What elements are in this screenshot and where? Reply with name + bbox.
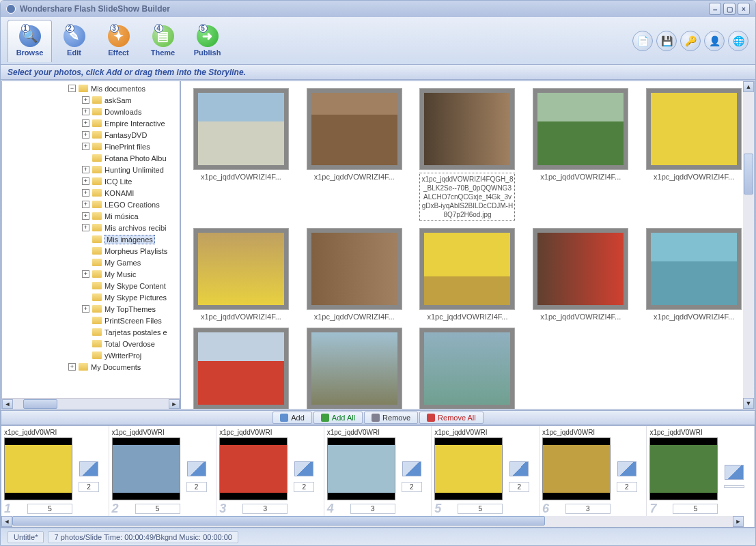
tree-item[interactable]: +FinePrint files: [3, 141, 178, 152]
thumbnail-item[interactable]: x1pc_jqddVOWRIZI4F...: [188, 228, 294, 321]
tree-item[interactable]: +askSam: [3, 94, 178, 106]
story-duration[interactable]: 3: [242, 504, 288, 514]
thumbnail-item[interactable]: x1pc_jqddVOWRIZI4F...: [527, 228, 634, 321]
transition-duration[interactable]: 2: [509, 482, 529, 492]
transition-icon[interactable]: [725, 465, 744, 480]
thumbnail-image: [646, 88, 742, 170]
scroll-thumb[interactable]: [23, 399, 57, 409]
storyline-item[interactable]: x1pc_jqddV0WRI432: [324, 426, 432, 527]
tree-item[interactable]: +My Music: [3, 268, 178, 280]
tree-item[interactable]: +ICQ Lite: [3, 175, 178, 187]
thumbnail-image: [419, 88, 515, 170]
maximize-button[interactable]: ▢: [723, 3, 736, 15]
tree-item[interactable]: +Hunting Unlimited: [3, 164, 178, 175]
tree-item[interactable]: Morpheus Playlists: [3, 245, 178, 257]
story-duration[interactable]: 5: [135, 504, 180, 514]
tree-item[interactable]: +Empire Interactive: [3, 117, 178, 129]
story-duration[interactable]: 5: [673, 504, 718, 514]
story-duration[interactable]: 5: [27, 504, 72, 514]
thumbnail-item[interactable]: x1pc_jqddVOWRIZI4F...: [301, 88, 408, 221]
scroll-thumb[interactable]: [744, 154, 753, 195]
tree-item[interactable]: Mis imágenes: [3, 233, 178, 245]
thumbnail-item[interactable]: x1pc_jqddVOWRIZI4F...: [415, 328, 521, 410]
tree-item[interactable]: My Skype Content: [3, 280, 178, 291]
add-all-button[interactable]: Add All: [313, 412, 363, 424]
tree-root[interactable]: −Mis documentos: [3, 83, 178, 94]
tree-item[interactable]: My Games: [3, 257, 178, 268]
folder-tree[interactable]: −Mis documentos+askSam+Downloads+Empire …: [2, 81, 180, 398]
tree-item[interactable]: Total Overdose: [3, 338, 178, 349]
folder-tree-panel: −Mis documentos+askSam+Downloads+Empire …: [1, 81, 180, 410]
tree-item[interactable]: +KONAMI: [3, 187, 178, 199]
tree-item[interactable]: +My TopThemes: [3, 303, 178, 315]
tree-item[interactable]: +Mi música: [3, 210, 178, 222]
transition-icon[interactable]: [294, 461, 313, 476]
transition-icon[interactable]: [402, 461, 421, 476]
tree-item[interactable]: yWriterProj: [3, 349, 178, 361]
thumbnail-item[interactable]: x1pc_jqddVOWRIZI4F...: [641, 228, 747, 321]
transition-duration[interactable]: 2: [79, 482, 99, 492]
storyline-item[interactable]: x1pc_jqddV0WRI332: [216, 426, 324, 527]
thumbnail-item[interactable]: x1pc_jqddVOWRIZI4FQGH_8_BLK2Se--70B_0pQQ…: [415, 88, 521, 221]
storyline-hscrollbar[interactable]: ◄ ►: [1, 516, 744, 527]
transition-icon[interactable]: [187, 461, 206, 476]
scroll-up-icon[interactable]: ▲: [743, 81, 754, 92]
tab-browse[interactable]: 1🔍 Browse: [8, 20, 52, 62]
close-button[interactable]: ×: [738, 3, 750, 15]
thumbnail-item[interactable]: x1pc_jqddVOWRIZI4F...: [527, 88, 634, 221]
scroll-right-icon[interactable]: ►: [169, 399, 180, 409]
story-duration[interactable]: 3: [350, 504, 395, 514]
scroll-thumb[interactable]: [12, 516, 545, 526]
save-button[interactable]: 💾: [656, 31, 677, 51]
tree-hscrollbar[interactable]: ◄ ►: [2, 398, 180, 409]
storyline-item[interactable]: x1pc_jqddV0WRI632: [540, 426, 647, 527]
tab-publish[interactable]: 5➜ Publish: [185, 20, 229, 62]
thumb-vscrollbar[interactable]: ▲ ▼: [743, 81, 754, 409]
storyline-item[interactable]: x1pc_jqddV0WRI552: [432, 426, 540, 527]
story-duration[interactable]: 3: [565, 504, 611, 514]
scroll-left-icon[interactable]: ◄: [1, 516, 12, 527]
scroll-right-icon[interactable]: ►: [733, 516, 744, 527]
remove-button[interactable]: Remove: [364, 412, 418, 424]
key-button[interactable]: 🔑: [680, 31, 701, 51]
transition-duration[interactable]: 2: [186, 482, 207, 492]
thumbnail-item[interactable]: x1pc_jqddVOWRIZI4F...: [301, 328, 408, 410]
tab-edit[interactable]: 2✎ Edit: [52, 20, 96, 62]
tree-item[interactable]: My Skype Pictures: [3, 291, 178, 303]
storyline-item[interactable]: x1pc_jqddV0WRI75: [647, 426, 755, 527]
minimize-button[interactable]: ‒: [709, 3, 721, 15]
scroll-down-icon[interactable]: ▼: [743, 398, 754, 409]
story-duration[interactable]: 5: [458, 504, 503, 514]
thumbnail-item[interactable]: x1pc_jqddVOWRIZI4F...: [415, 228, 521, 321]
thumbnail-item[interactable]: x1pc_jqddVOWRIZI4F...: [301, 228, 408, 321]
remove-all-button[interactable]: Remove All: [419, 412, 484, 424]
storyline-item[interactable]: x1pc_jqddV0WRI252: [109, 426, 217, 527]
transition-duration[interactable]: 2: [402, 482, 422, 492]
scroll-left-icon[interactable]: ◄: [2, 399, 13, 409]
thumbnail-item[interactable]: x1pc_jqddVOWRIZI4F...: [188, 328, 294, 410]
thumb-filename-full: x1pc_jqddVOWRIZI4FQGH_8_BLK2Se--70B_0pQQ…: [419, 173, 515, 221]
transition-icon[interactable]: [617, 461, 636, 476]
tree-item[interactable]: +My Documents: [3, 361, 178, 373]
tree-item[interactable]: +Downloads: [3, 106, 178, 117]
thumbnail-item[interactable]: x1pc_jqddVOWRIZI4F...: [188, 88, 294, 221]
transition-duration[interactable]: 2: [617, 482, 637, 492]
tab-theme[interactable]: 4▤ Theme: [141, 20, 185, 62]
tree-item[interactable]: Tarjetas postales e: [3, 326, 178, 338]
tab-effect[interactable]: 3✦ Effect: [96, 20, 141, 62]
transition-duration[interactable]: [724, 485, 744, 488]
storyline-item[interactable]: x1pc_jqddV0WRI152: [1, 426, 109, 527]
tree-item[interactable]: +LEGO Creations: [3, 199, 178, 210]
transition-duration[interactable]: 2: [294, 482, 314, 492]
globe-button[interactable]: 🌐: [728, 31, 748, 51]
thumbnail-item[interactable]: x1pc_jqddVOWRIZI4F...: [641, 88, 747, 221]
user-button[interactable]: 👤: [704, 31, 725, 51]
tree-item[interactable]: +FantasyDVD: [3, 129, 178, 141]
document-button[interactable]: 📄: [632, 31, 653, 51]
tree-item[interactable]: +Mis archivos recibi: [3, 222, 178, 233]
transition-icon[interactable]: [509, 461, 529, 476]
add-button[interactable]: Add: [272, 412, 312, 424]
tree-item[interactable]: Fotana Photo Albu: [3, 152, 178, 164]
tree-item[interactable]: PrintScreen Files: [3, 315, 178, 326]
transition-icon[interactable]: [79, 461, 98, 476]
